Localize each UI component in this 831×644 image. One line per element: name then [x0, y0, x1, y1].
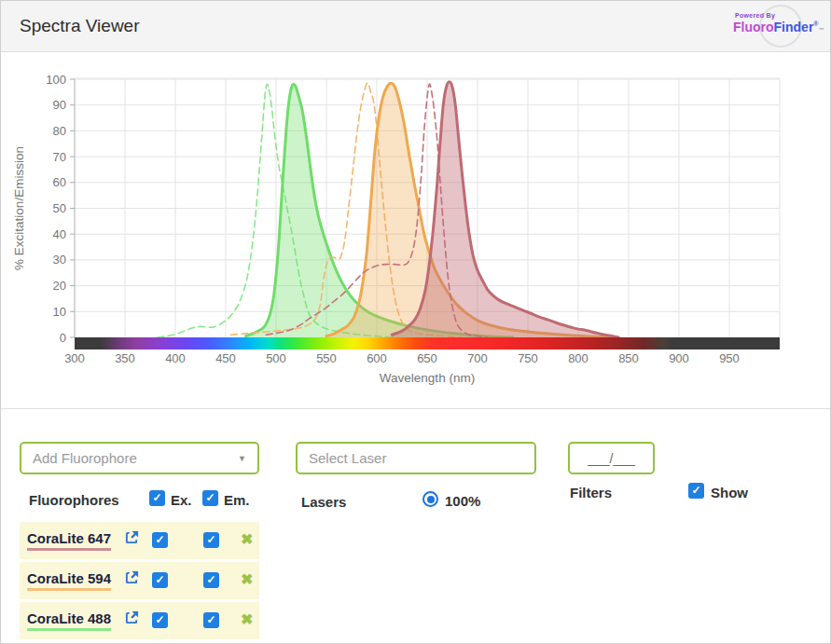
check-icon: ✓ — [155, 573, 164, 586]
external-link-icon[interactable] — [125, 530, 139, 548]
remove-fluorophore-button[interactable]: ✖ — [241, 610, 253, 628]
svg-text:50: 50 — [53, 201, 66, 215]
filters-label: Filters — [570, 485, 612, 500]
svg-text:20: 20 — [53, 279, 66, 293]
app-header: Spectra Viewer Powered By FluoroFinder®™ — [1, 1, 830, 52]
row-em-checkbox[interactable]: ✓ — [203, 572, 219, 588]
svg-text:500: 500 — [266, 351, 286, 365]
em-all-checkbox[interactable]: ✓ — [202, 490, 218, 506]
svg-text:700: 700 — [467, 351, 488, 365]
select-laser-input[interactable] — [298, 444, 534, 473]
fluorophore-row: CoraLite 488 ✓ ✓ ✖ — [20, 602, 259, 639]
brand-name: FluoroFinder®™ — [733, 20, 824, 34]
spectra-chart: 0102030405060708090100300350400450500550… — [1, 52, 831, 408]
filter-input[interactable] — [570, 444, 653, 473]
fluorophores-label: Fluorophores — [29, 492, 119, 508]
svg-text:900: 900 — [669, 351, 689, 365]
svg-text:Wavelength (nm): Wavelength (nm) — [380, 371, 475, 385]
svg-text:650: 650 — [417, 351, 437, 365]
external-link-icon[interactable] — [125, 570, 139, 588]
svg-text:350: 350 — [115, 351, 135, 365]
row-em-checkbox[interactable]: ✓ — [203, 532, 219, 548]
remove-fluorophore-button[interactable]: ✖ — [241, 570, 253, 588]
row-ex-checkbox[interactable]: ✓ — [152, 572, 168, 588]
svg-text:300: 300 — [64, 351, 85, 365]
fluorophore-row: CoraLite 594 ✓ ✓ ✖ — [20, 562, 259, 599]
svg-text:550: 550 — [316, 351, 337, 365]
spectra-svg: 0102030405060708090100300350400450500550… — [1, 52, 831, 408]
filter-input-box — [568, 442, 655, 474]
add-fluorophore-placeholder: Add Fluorophore — [21, 450, 238, 466]
svg-text:30: 30 — [53, 253, 66, 267]
powered-by-label: Powered By — [735, 12, 775, 19]
fluorofinder-logo[interactable]: Powered By FluoroFinder®™ — [731, 4, 817, 50]
check-icon: ✓ — [206, 533, 215, 546]
laser-power-label: 100% — [445, 493, 480, 509]
remove-fluorophore-button[interactable]: ✖ — [241, 530, 253, 548]
svg-text:450: 450 — [215, 351, 236, 365]
svg-text:40: 40 — [53, 227, 66, 241]
ex-all-checkbox[interactable]: ✓ — [149, 490, 165, 506]
check-icon: ✓ — [206, 613, 215, 626]
page-title: Spectra Viewer — [20, 1, 140, 51]
svg-text:750: 750 — [518, 351, 538, 365]
show-label: Show — [711, 485, 748, 500]
svg-text:400: 400 — [165, 351, 186, 365]
svg-text:850: 850 — [618, 351, 639, 365]
row-ex-checkbox[interactable]: ✓ — [152, 532, 168, 548]
svg-text:80: 80 — [53, 124, 66, 138]
lasers-label: Lasers — [301, 494, 346, 510]
svg-text:950: 950 — [719, 351, 740, 365]
spectra-viewer-app: Spectra Viewer Powered By FluoroFinder®™… — [0, 0, 831, 644]
fluorophore-link[interactable]: CoraLite 594 — [27, 570, 111, 591]
check-icon: ✓ — [206, 573, 215, 586]
fluorophore-row: CoraLite 647 ✓ ✓ ✖ — [20, 522, 259, 559]
external-link-icon[interactable] — [125, 610, 139, 628]
svg-text:70: 70 — [53, 150, 66, 164]
fluorophore-link[interactable]: CoraLite 647 — [27, 530, 111, 551]
dropdown-arrow-icon: ▼ — [238, 454, 257, 463]
svg-text:600: 600 — [367, 351, 387, 365]
fluorophore-link[interactable]: CoraLite 488 — [27, 610, 111, 631]
svg-text:100: 100 — [46, 73, 66, 87]
laser-power-radio[interactable] — [422, 491, 438, 507]
svg-text:10: 10 — [53, 305, 66, 319]
check-icon: ✓ — [155, 533, 164, 546]
svg-text:90: 90 — [53, 98, 66, 112]
svg-text:% Excitation/Emission: % Excitation/Emission — [12, 146, 26, 270]
check-icon: ✓ — [691, 484, 700, 497]
check-icon: ✓ — [205, 491, 215, 504]
ex-label: Ex. — [171, 492, 192, 508]
radio-dot — [427, 496, 435, 503]
em-label: Em. — [224, 492, 250, 508]
row-em-checkbox[interactable]: ✓ — [203, 612, 219, 628]
show-filters-checkbox[interactable]: ✓ — [688, 483, 704, 499]
check-icon: ✓ — [155, 613, 164, 626]
svg-text:0: 0 — [60, 331, 66, 345]
row-ex-checkbox[interactable]: ✓ — [152, 612, 168, 628]
select-laser-box — [296, 442, 536, 474]
svg-text:800: 800 — [568, 351, 589, 365]
add-fluorophore-select[interactable]: Add Fluorophore ▼ — [20, 442, 259, 474]
check-icon: ✓ — [152, 491, 161, 504]
controls-panel: Add Fluorophore ▼ Fluorophores ✓ Ex. ✓ E… — [1, 408, 831, 644]
svg-text:60: 60 — [53, 175, 66, 189]
